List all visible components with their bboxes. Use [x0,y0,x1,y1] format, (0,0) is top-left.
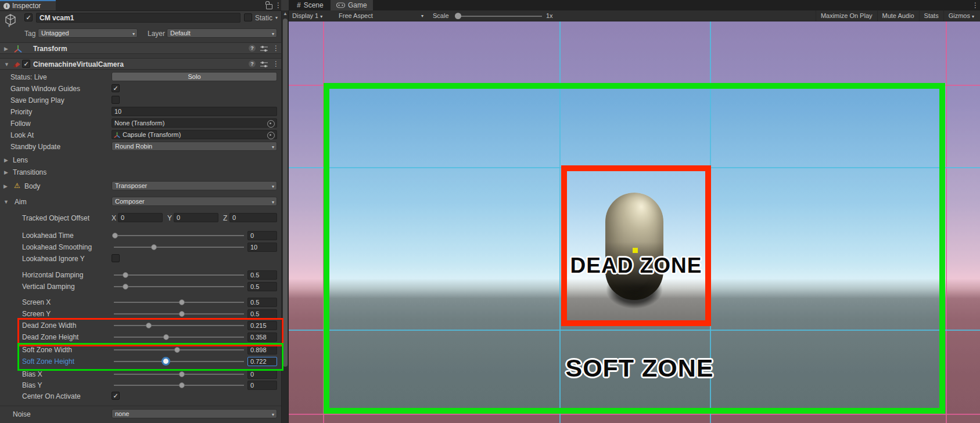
follow-object-picker-icon[interactable] [267,120,275,128]
dead-zone-width-field[interactable]: 0.215 [247,321,277,330]
save-during-play-checkbox[interactable] [112,96,120,104]
noise-row: Noise none▾ [0,409,281,420]
cinemachine-component-header[interactable]: ▼ ✓ CinemachineVirtualCamera ? ⋮ [0,58,281,70]
gameobject-icon-dropdown[interactable]: ▾ [8,24,10,28]
gizmos-dropdown[interactable]: Gizmos ▾ [943,10,979,21]
dead-zone-height-field[interactable]: 0.358 [247,332,277,342]
aspect-dropdown-arrow[interactable]: ▾ [421,12,423,20]
dead-zone-height-row: Dead Zone Height 0.358 [0,332,281,342]
horizontal-damping-field[interactable]: 0.5 [247,270,277,280]
tab-scene[interactable]: # Scene [291,0,329,10]
cinemachine-menu-icon[interactable]: ⋮ [272,60,279,68]
body-dropdown[interactable]: Transposer▾ [112,181,277,190]
bias-y-slider[interactable] [179,382,185,388]
scrollbar-thumb[interactable] [283,19,288,367]
dead-zone-rectangle [561,165,711,326]
bias-x-slider[interactable] [179,371,185,377]
transform-presets-icon[interactable] [260,45,268,52]
solo-button[interactable]: Solo [112,72,277,81]
display-dropdown[interactable]: Display 1 ▾ [292,12,322,20]
screen-x-field[interactable]: 0.5 [247,298,277,307]
dead-zone-height-slider[interactable] [163,334,169,340]
gameobject-name-field[interactable]: CM vcam1 [36,13,240,23]
transform-menu-icon[interactable]: ⋮ [272,44,279,52]
cinemachine-fold-icon[interactable]: ▼ [4,62,9,67]
screen-y-row: Screen Y 0.5 [0,309,281,319]
lookahead-smoothing-field[interactable]: 10 [247,243,277,252]
offset-y-field[interactable]: 0 [174,213,218,222]
lookahead-ignore-y-checkbox[interactable] [112,254,120,262]
aim-fold-icon[interactable]: ▼ [3,199,9,205]
scrollbar-up-arrow[interactable]: ▲ [283,11,288,16]
horizontal-damping-slider[interactable] [123,272,128,278]
center-on-activate-checkbox[interactable]: ✓ [112,392,120,400]
dead-zone-label: DEAD ZONE [570,254,702,278]
screen-y-field[interactable]: 0.5 [247,309,277,319]
inspector-menu-icon[interactable]: ⋮ [275,1,282,9]
standby-update-dropdown[interactable]: Round Robin▾ [112,142,277,151]
lock-icon[interactable] [266,4,272,9]
stats-button[interactable]: Stats [919,10,943,21]
screen-x-slider[interactable] [179,299,185,305]
inspector-tab-label: Inspector [12,2,41,10]
follow-object-field[interactable]: None (Transform) [112,118,277,128]
soft-zone-width-field[interactable]: 0.898 [247,345,277,355]
aspect-dropdown[interactable]: Free Aspect [339,12,373,20]
transform-component-header[interactable]: ▶ Transform ? ⋮ [0,42,281,54]
aim-dropdown[interactable]: Composer▾ [112,197,277,206]
tag-label: Tag [24,30,35,38]
bias-x-field[interactable]: 0 [247,370,277,379]
lookahead-smoothing-row: Lookahead Smoothing 10 [0,242,281,252]
look-at-row: Look At Capsule (Transform) [0,130,281,140]
mute-audio-button[interactable]: Mute Audio [877,10,919,21]
offset-x-field[interactable]: 0 [118,213,163,222]
offset-z-field[interactable]: 0 [229,213,277,222]
soft-zone-height-slider[interactable] [161,357,170,366]
soft-zone-guide-bottom [289,414,980,415]
transitions-foldout[interactable]: ▶ Transitions [0,167,281,178]
bias-y-field[interactable]: 0 [247,381,277,390]
tag-dropdown[interactable]: Untagged▾ [38,28,138,38]
lookahead-time-field[interactable]: 0 [247,231,277,240]
tab-inspector[interactable]: i Inspector [0,0,56,10]
priority-field[interactable]: 10 [112,107,277,116]
maximize-on-play-button[interactable]: Maximize On Play [816,10,877,21]
transitions-fold-icon[interactable]: ▶ [4,169,8,175]
noise-dropdown[interactable]: none▾ [112,409,277,418]
soft-zone-width-slider[interactable] [174,347,180,353]
game-panel-menu-icon[interactable]: ⋮ [972,1,979,9]
transform-icon [14,45,22,53]
layer-dropdown[interactable]: Default▾ [167,28,277,38]
game-window-guides-checkbox[interactable]: ✓ [112,84,120,92]
transform-title: Transform [33,45,67,53]
gameobject-enabled-checkbox[interactable]: ✓ [24,13,33,21]
lookahead-time-row: Lookahead Time 0 [0,230,281,241]
scale-slider-knob[interactable] [455,13,461,19]
lookahead-smoothing-slider[interactable] [151,244,157,250]
lookahead-time-slider[interactable] [112,233,118,238]
lens-fold-icon[interactable]: ▶ [4,157,8,163]
body-fold-icon[interactable]: ▶ [3,183,8,189]
transform-help-icon[interactable]: ? [249,45,256,52]
vertical-damping-slider[interactable] [123,284,128,290]
scale-slider-track[interactable] [456,16,542,17]
lens-foldout[interactable]: ▶ Lens [0,155,281,165]
look-at-object-picker-icon[interactable] [267,132,275,139]
scale-label: Scale [433,12,449,20]
look-at-object-field[interactable]: Capsule (Transform) [112,130,277,139]
transform-fold-icon[interactable]: ▶ [4,46,8,52]
static-checkbox[interactable] [244,13,252,21]
tab-game[interactable]: Game [331,0,373,10]
inspector-panel: i Inspector ⋮ ▾ ✓ CM vcam1 Static ▾ Tag … [0,0,281,423]
aim-row: ▼ Aim Composer▾ [0,197,281,207]
cinemachine-enabled-checkbox[interactable]: ✓ [22,60,30,68]
cinemachine-presets-icon[interactable] [260,61,268,68]
inspector-tabbar: i Inspector ⋮ [0,0,281,11]
static-dropdown-arrow[interactable]: ▾ [275,15,278,20]
inspector-scrollbar[interactable]: ▲ [281,10,289,423]
cinemachine-help-icon[interactable]: ? [249,60,256,67]
screen-y-slider[interactable] [179,311,185,317]
dead-zone-width-slider[interactable] [146,323,152,328]
soft-zone-height-field[interactable]: 0.722 [247,357,277,366]
vertical-damping-field[interactable]: 0.5 [247,282,277,291]
